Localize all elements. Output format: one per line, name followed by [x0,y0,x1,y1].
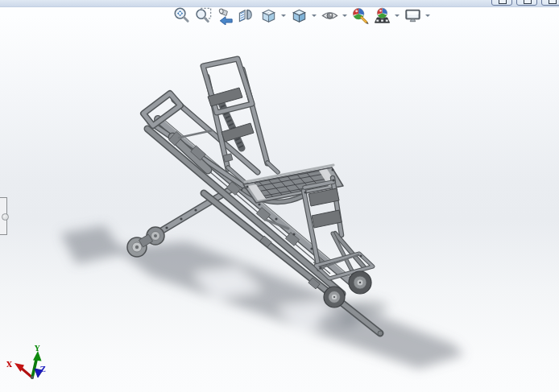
model-shadow [60,225,464,369]
apply-scene-button[interactable] [371,5,392,26]
apply-scene-icon [373,6,391,25]
edit-appearance-button[interactable] [350,5,371,26]
zoom-to-fit-icon [172,6,191,25]
apply-scene-dropdown[interactable] [393,5,401,26]
rear-wheel-near[interactable] [324,287,345,307]
section-view-button[interactable] [236,5,257,26]
view-orientation-button[interactable] [258,5,279,26]
featuremanager-collapsed-tab[interactable] [0,197,7,235]
view-orientation-dropdown[interactable] [280,5,288,26]
graphics-area[interactable]: .u{stroke:#53575a;stroke-linecap:round;s… [0,0,559,392]
expand-panel-icon [2,213,9,221]
previous-view-button[interactable] [214,5,235,26]
zoom-to-area-button[interactable] [193,5,213,26]
monitor-icon [404,6,422,25]
display-style-icon [290,6,308,25]
view-settings-button[interactable] [402,5,423,26]
zoom-to-fit-button[interactable] [171,5,192,26]
restore-icon [524,0,532,4]
view-settings-dropdown[interactable] [424,5,432,26]
window-controls [491,0,559,6]
solidworks-graphics-window: { "window_controls": { "buttons": [ {"na… [0,0,559,392]
zoom-to-area-icon [194,6,213,25]
view-orientation-icon [259,6,278,25]
close-window-button[interactable] [541,0,559,6]
previous-view-icon [216,6,234,25]
minimize-window-button[interactable] [491,0,512,6]
eye-icon [321,6,339,25]
display-style-button[interactable] [288,5,309,26]
edit-appearance-icon [351,6,370,25]
restore-window-button[interactable] [516,0,537,6]
close-icon [549,0,557,4]
section-view-icon [238,6,256,25]
view-heads-up-toolbar [171,4,432,27]
triad-y-label: Y [34,345,40,353]
triad-z-label: Z [40,365,46,373]
display-style-dropdown[interactable] [310,5,318,26]
orientation-triad: X Y Z [6,345,46,379]
hide-show-items-dropdown[interactable] [341,5,349,26]
rear-wheel-far[interactable] [349,271,371,294]
triad-x-label: X [6,361,12,369]
hide-show-items-button[interactable] [319,5,340,26]
minimize-icon [499,0,507,4]
